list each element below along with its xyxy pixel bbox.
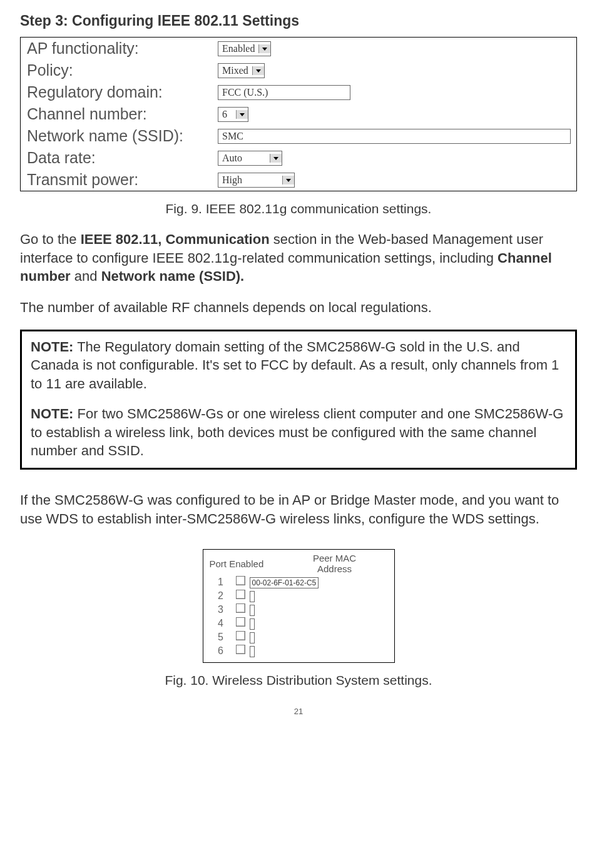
label-ssid: Network name (SSID):	[27, 127, 218, 145]
wds-enabled-checkbox[interactable]	[236, 576, 245, 585]
text-bold: IEEE 802.11, Communication	[81, 231, 270, 247]
wds-row: 2	[210, 590, 388, 602]
wds-row: 1 00-02-6F-01-62-C5	[210, 576, 388, 588]
label-ap-functionality: AP functionality:	[27, 39, 218, 58]
chevron-down-icon	[282, 176, 294, 184]
row-ssid: Network name (SSID): SMC	[21, 125, 576, 147]
text: and	[71, 268, 101, 284]
wds-row: 6	[210, 645, 388, 657]
label-regulatory-domain: Regulatory domain:	[27, 83, 218, 101]
text-bold: Network name (SSID).	[101, 268, 245, 284]
wds-enabled-checkbox[interactable]	[236, 617, 245, 627]
wds-port-number: 2	[210, 590, 232, 602]
select-data-rate-value: Auto	[218, 151, 270, 165]
chevron-down-icon	[252, 66, 264, 75]
svg-marker-4	[286, 179, 291, 182]
input-ssid[interactable]: SMC	[218, 129, 571, 144]
svg-marker-1	[256, 69, 261, 73]
select-ap-functionality[interactable]: Enabled	[218, 41, 271, 56]
wds-enabled-checkbox[interactable]	[236, 631, 245, 640]
row-data-rate: Data rate: Auto	[21, 147, 576, 169]
select-ap-functionality-value: Enabled	[218, 42, 258, 56]
select-policy[interactable]: Mixed	[218, 63, 265, 78]
row-policy: Policy: Mixed	[21, 59, 576, 81]
row-ap-functionality: AP functionality: Enabled	[21, 38, 576, 59]
wds-row: 4	[210, 617, 388, 629]
note-label: NOTE:	[31, 406, 73, 421]
chevron-down-icon	[270, 154, 282, 163]
wds-mac-input[interactable]	[250, 646, 255, 657]
select-policy-value: Mixed	[218, 64, 252, 78]
wds-header: Port Enabled Peer MAC Address	[210, 553, 388, 574]
page-number: 21	[20, 707, 577, 716]
select-regulatory-domain-value: FCC (U.S.)	[218, 86, 350, 99]
wds-mac-input[interactable]: 00-02-6F-01-62-C5	[250, 577, 319, 588]
figure-9-caption: Fig. 9. IEEE 802.11g communication setti…	[20, 201, 577, 216]
label-data-rate: Data rate:	[27, 149, 218, 167]
text: Peer MAC	[313, 553, 356, 563]
note-2: NOTE: For two SMC2586W-Gs or one wireles…	[31, 405, 566, 460]
chevron-down-icon	[258, 44, 270, 53]
select-channel-number[interactable]: 6	[218, 107, 248, 122]
row-channel-number: Channel number: 6	[21, 103, 576, 125]
ieee-settings-panel: AP functionality: Enabled Policy: Mixed …	[20, 37, 577, 191]
label-policy: Policy:	[27, 61, 218, 79]
wds-port-number: 4	[210, 618, 232, 629]
wds-port-number: 1	[210, 577, 232, 588]
note-text: The Regulatory domain setting of the SMC…	[31, 339, 559, 391]
wds-mac-input[interactable]	[250, 605, 255, 616]
figure-10-caption: Fig. 10. Wireless Distribution System se…	[20, 673, 577, 688]
row-transmit-power: Transmit power: High	[21, 169, 576, 191]
wds-port-number: 3	[210, 604, 232, 615]
row-regulatory-domain: Regulatory domain: FCC (U.S.)	[21, 81, 576, 103]
wds-row: 5	[210, 631, 388, 643]
wds-port-number: 6	[210, 645, 232, 657]
select-regulatory-domain[interactable]: FCC (U.S.)	[218, 85, 350, 100]
select-transmit-power[interactable]: High	[218, 173, 295, 188]
step-heading: Step 3: Configuring IEEE 802.11 Settings	[20, 13, 577, 29]
label-transmit-power: Transmit power:	[27, 171, 218, 189]
wds-header-peer-mac: Peer MAC Address	[282, 553, 388, 574]
wds-header-port-enabled: Port Enabled	[210, 558, 282, 569]
label-channel-number: Channel number:	[27, 105, 218, 123]
select-data-rate[interactable]: Auto	[218, 151, 282, 166]
paragraph-wds: If the SMC2586W-G was configured to be i…	[20, 491, 577, 528]
select-channel-number-value: 6	[218, 108, 236, 121]
wds-mac-input[interactable]	[250, 618, 255, 630]
note-text: For two SMC2586W-Gs or one wireless clie…	[31, 406, 563, 458]
wds-mac-input[interactable]	[250, 591, 255, 602]
wds-enabled-checkbox[interactable]	[236, 603, 245, 613]
svg-marker-0	[262, 48, 267, 51]
wds-mac-input[interactable]	[250, 632, 255, 643]
wds-port-number: 5	[210, 632, 232, 643]
paragraph-goto: Go to the IEEE 802.11, Communication sec…	[20, 230, 577, 286]
note-label: NOTE:	[31, 339, 73, 355]
note-1: NOTE: The Regulatory domain setting of t…	[31, 338, 566, 393]
chevron-down-icon	[236, 110, 248, 119]
wds-enabled-checkbox[interactable]	[236, 590, 245, 599]
wds-row: 3	[210, 603, 388, 615]
text: Go to the	[20, 231, 81, 247]
wds-enabled-checkbox[interactable]	[236, 645, 245, 654]
note-box: NOTE: The Regulatory domain setting of t…	[20, 330, 577, 470]
text: Address	[317, 563, 352, 574]
svg-marker-2	[240, 113, 245, 116]
wds-settings-panel: Port Enabled Peer MAC Address 1 00-02-6F…	[203, 549, 395, 663]
svg-marker-3	[273, 157, 278, 160]
select-transmit-power-value: High	[218, 173, 282, 187]
paragraph-rf-channels: The number of available RF channels depe…	[20, 298, 577, 317]
